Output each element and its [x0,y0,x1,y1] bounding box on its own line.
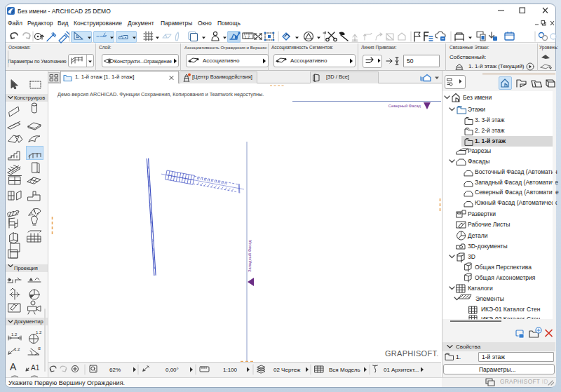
svg-text:1.2: 1.2 [36,330,42,334]
svg-text:Северный Фасад: Северный Фасад [388,104,421,108]
svg-text:A1: A1 [31,364,40,372]
svg-text:A: A [10,361,17,372]
svg-text:1.2: 1.2 [245,35,250,39]
svg-text:α: α [38,346,41,351]
svg-text:Западный Фасад: Западный Фасад [248,240,252,272]
svg-text:1.2: 1.2 [14,347,20,351]
svg-text:1.2: 1.2 [11,332,18,337]
